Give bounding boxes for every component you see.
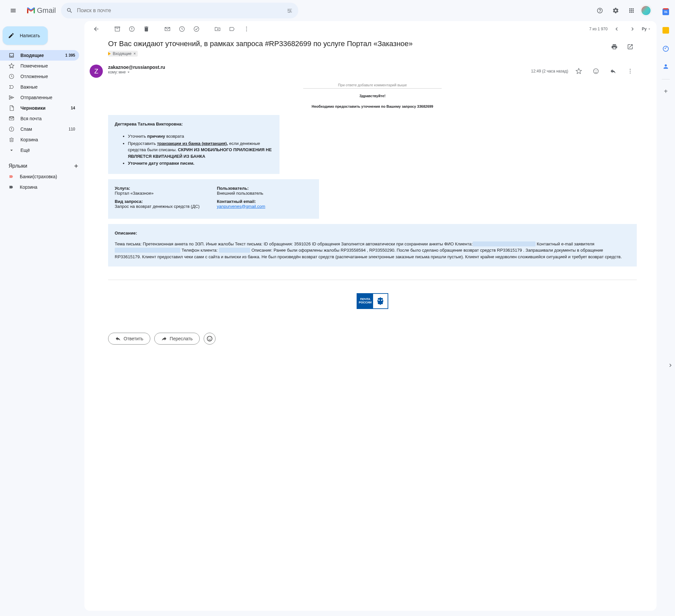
nav-more[interactable]: Ещё [0,145,79,156]
nav-trash[interactable]: Корзина [0,135,79,145]
star-button[interactable] [572,65,585,78]
reply-icon [610,68,616,74]
open-new-window-button[interactable] [623,40,637,53]
support-button[interactable] [593,4,606,17]
more-vert-icon [627,68,633,74]
mark-unread-button[interactable] [161,22,174,35]
open-external-icon [627,43,633,50]
account-avatar[interactable] [641,5,651,16]
svg-point-21 [210,338,211,339]
svg-point-1 [290,11,291,12]
move-button[interactable] [211,22,224,35]
nav-send[interactable]: Отправленные [0,92,79,103]
chevron-right-icon [629,26,636,32]
main-menu-button[interactable] [5,3,21,18]
svg-point-14 [630,69,631,70]
archive-button[interactable] [111,22,124,35]
snooze-button[interactable] [175,22,189,35]
nav-clock[interactable]: Отложенные [0,71,79,82]
pencil-icon [8,32,14,39]
sidebar: Написать Входящие1 395ПомеченныеОтложенн… [0,21,84,616]
add-label-icon[interactable] [73,163,79,169]
search-bar[interactable] [61,3,298,18]
add-addon-button[interactable]: + [659,85,672,98]
timestamp: 12:49 (2 часа назад) [531,69,568,74]
nav-inbox[interactable]: Входящие1 395 [0,50,79,61]
input-language-selector[interactable]: Py [642,27,651,31]
tasks-app-button[interactable] [659,42,672,55]
message-body: При ответе добавьте комментарий выше Здр… [108,83,637,309]
more-icon [9,147,14,153]
emoji-icon [593,68,599,74]
contact-email-link[interactable]: yanpurvenes@gmail.com [217,204,265,209]
emoji-action-button[interactable] [204,333,216,345]
inbox-label-chip[interactable]: Входящие × [108,51,138,57]
apps-icon [628,7,635,14]
nav-important[interactable]: Важные [0,82,79,92]
forward-icon [161,335,167,342]
recipient-line[interactable]: кому: мне [108,70,526,74]
calendar-app-button[interactable]: 31 [659,5,672,18]
clock-icon [179,26,185,32]
archive-icon [114,26,121,32]
task-icon [193,26,200,32]
label-item[interactable]: Банки(страховка) [0,171,79,182]
mail-icon [9,116,14,121]
add-task-button[interactable] [190,22,203,35]
labels-button[interactable] [225,22,239,35]
nav-draft[interactable]: Черновики14 [0,103,79,113]
expand-recipient-icon [126,70,131,74]
forward-action-button[interactable]: Переслать [154,333,200,345]
send-icon [9,95,14,100]
svg-point-9 [246,29,247,30]
emoji-reaction-button[interactable] [589,65,602,78]
collapse-panel-button[interactable] [667,362,674,370]
draft-icon [9,105,14,111]
search-input[interactable] [77,8,283,13]
svg-point-11 [594,69,599,74]
reply-action-button[interactable]: Ответить [108,333,150,345]
emoji-icon [206,335,213,342]
contacts-app-button[interactable] [659,61,672,74]
keep-app-button[interactable] [659,24,672,37]
gear-icon [612,7,619,14]
message-more-button[interactable] [623,65,637,78]
important-icon [9,84,14,90]
menu-icon [10,7,16,14]
svg-point-2 [289,12,290,12]
toolbar: 7 из 1 970 Py [84,21,657,37]
report-spam-icon [129,26,135,32]
compose-button[interactable]: Написать [3,26,48,45]
search-icon [66,7,73,14]
labels-header: Ярлыки [0,161,84,171]
folder-move-icon [214,26,221,32]
svg-point-19 [207,336,212,341]
star-icon [576,68,582,74]
label-icon [229,26,235,32]
nav-mail[interactable]: Вся почта [0,113,79,124]
prev-button[interactable] [610,22,623,35]
contacts-icon [663,63,669,72]
delete-button[interactable] [140,22,153,35]
next-button[interactable] [626,22,639,35]
back-button[interactable] [90,22,103,35]
label-item[interactable]: Корзина [0,182,79,192]
more-button[interactable] [240,22,253,35]
gmail-logo[interactable]: Gmail [26,6,56,15]
apps-button[interactable] [625,4,638,17]
svg-point-0 [288,10,289,11]
reply-icon [115,335,121,342]
search-options-icon[interactable] [286,7,293,14]
spam-button[interactable] [125,22,138,35]
settings-button[interactable] [609,4,622,17]
calendar-icon: 31 [663,9,669,15]
print-button[interactable] [608,40,621,53]
nav-spam[interactable]: Спам110 [0,124,79,135]
gmail-text: Gmail [37,6,56,15]
reply-button[interactable] [606,65,620,78]
pagination-text: 7 из 1 970 [589,27,608,31]
label-icon [9,174,14,179]
nav-star[interactable]: Помеченные [0,61,79,71]
svg-point-8 [246,27,247,28]
gmail-icon [26,7,35,14]
